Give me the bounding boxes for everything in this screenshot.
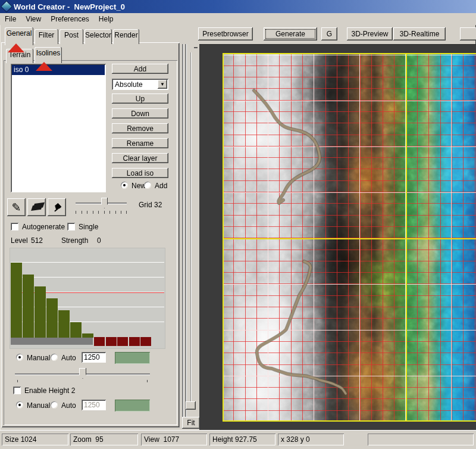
checkbox-box [11, 223, 18, 230]
app-window: World Creator - NewProject_0 File View P… [0, 0, 476, 449]
tab-filter[interactable]: Filter [35, 29, 58, 44]
tab-selector[interactable]: Selector [84, 29, 112, 44]
isoline-layer[interactable] [223, 53, 476, 422]
eraser-tool-button[interactable] [27, 198, 46, 216]
rename-button[interactable]: Rename [112, 138, 168, 148]
tab-isolines[interactable]: Isolines [35, 47, 62, 63]
load-iso-button[interactable]: Load iso [112, 168, 168, 178]
hand-icon: ☛ [49, 199, 64, 215]
checkbox-box [13, 386, 21, 394]
title-bar[interactable]: World Creator - NewProject_0 [0, 0, 476, 13]
grid-slider-ticks [76, 211, 127, 214]
fit-button[interactable]: Fit [182, 417, 200, 429]
menu-bar: File View Preferences Help [0, 13, 476, 25]
radio-dot [16, 401, 23, 409]
radio-dot [144, 182, 151, 189]
splitter-groove [185, 44, 186, 428]
eraser-icon [31, 204, 43, 210]
terrain-map[interactable] [223, 53, 476, 422]
chevron-down-icon[interactable]: ▼ [158, 80, 167, 89]
pen-tool-button[interactable]: ✎ [7, 198, 26, 216]
generate-quick-button[interactable]: G [321, 27, 337, 40]
new-radio[interactable]: New [121, 182, 146, 191]
height2-auto-radio[interactable]: Auto [51, 401, 76, 410]
checkbox-box [67, 223, 75, 230]
menu-help[interactable]: Help [94, 14, 118, 24]
realtime-3d-button[interactable]: 3D-Realtime [393, 27, 446, 40]
slider-tick-right [147, 380, 148, 382]
viewport-canvas[interactable] [199, 44, 476, 430]
hand-tool-button[interactable]: ☛ [48, 198, 66, 216]
remove-button[interactable]: Remove [112, 123, 168, 133]
pen-icon: ✎ [12, 202, 21, 213]
window-title: World Creator - NewProject_0 [14, 2, 125, 11]
slider-tick-left [17, 380, 18, 382]
height1-value-field[interactable]: 1250 [82, 352, 106, 363]
height2-value-field-disabled: 1250 [82, 400, 106, 410]
status-zoom: Zoom 95 [70, 434, 138, 445]
single-checkbox[interactable]: Single [67, 223, 98, 232]
height2-color-swatch[interactable] [115, 400, 150, 411]
isoline-path-2-outline [257, 261, 346, 394]
preview-3d-button[interactable]: 3D-Preview [347, 27, 393, 40]
radio-dot [51, 354, 58, 361]
clear-layer-button[interactable]: Clear layer [112, 153, 168, 163]
isoline-path-1 [254, 91, 320, 203]
mode-dropdown-value: Absolute [115, 80, 143, 89]
status-bar: Size 1024 Zoom 95 View 1077 Height 927.7… [0, 430, 476, 449]
down-button[interactable]: Down [112, 108, 168, 119]
menu-preferences[interactable]: Preferences [46, 14, 94, 24]
status-height: Height 927.75 [209, 434, 275, 445]
app-icon [2, 2, 12, 12]
height2-manual-radio[interactable]: Manual [16, 401, 50, 410]
presetbrowser-button[interactable]: Presetbrowser [198, 27, 253, 40]
iso-layer-list[interactable]: iso 0 [11, 64, 106, 192]
splitter-handle[interactable] [182, 44, 183, 428]
status-view: View 1077 [141, 434, 207, 445]
menu-view[interactable]: View [21, 14, 46, 24]
status-size: Size 1024 [2, 434, 68, 445]
grid-size-label: Grid 32 [139, 201, 162, 209]
strength-value: 0 [97, 236, 101, 245]
zoom-slider-thumb[interactable] [186, 401, 196, 410]
enable-height2-checkbox[interactable]: Enable Height 2 [13, 386, 75, 396]
zoom-slider-top-tick [194, 47, 198, 48]
status-extra [368, 434, 474, 445]
tab-general[interactable]: General [5, 27, 33, 45]
strength-label: Strength [61, 236, 88, 245]
menu-file[interactable]: File [0, 14, 21, 24]
level-value: 512 [31, 236, 43, 245]
list-item-iso0[interactable]: iso 0 [12, 65, 105, 75]
radio-dot [16, 354, 23, 361]
generate-button[interactable]: Generate [264, 27, 317, 40]
partial-button[interactable] [460, 27, 476, 40]
status-coords: x 328 y 0 [278, 434, 344, 445]
add-radio[interactable]: Add [144, 182, 167, 191]
zoom-slider-track[interactable] [190, 52, 191, 410]
selected-subtab-marker [36, 62, 52, 71]
selected-tab-marker [8, 43, 24, 52]
autogenerate-checkbox[interactable]: Autogenerate [11, 223, 65, 232]
height-histogram[interactable] [10, 248, 165, 349]
radio-dot [121, 182, 128, 189]
height1-auto-radio[interactable]: Auto [51, 354, 76, 363]
up-button[interactable]: Up [112, 93, 168, 104]
radio-dot [51, 401, 58, 409]
level-label: Level [11, 236, 28, 245]
mode-dropdown[interactable]: Absolute ▼ [112, 79, 168, 90]
height1-color-swatch[interactable] [115, 352, 150, 364]
tab-post[interactable]: Post [60, 29, 83, 44]
focus-rect [265, 29, 315, 39]
tab-render[interactable]: Render [113, 29, 139, 44]
height1-manual-radio[interactable]: Manual [16, 354, 50, 363]
add-button[interactable]: Add [112, 64, 168, 74]
